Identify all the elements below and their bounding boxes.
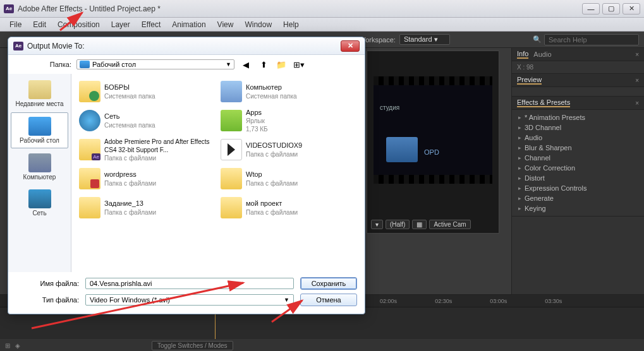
file-sub: Папка с файлами [104,208,156,217]
file-item[interactable]: КомпьютерСистемная папка [219,78,358,105]
folder-value: Рабочий стол [92,61,136,68]
effects-category[interactable]: * Animation Presets [512,112,644,122]
tab-effects-presets[interactable]: Effects & Presets [517,98,570,107]
magnification-select[interactable]: ▾ [371,220,383,229]
titlebar: Ae Adobe After Effects - Untitled Projec… [0,0,644,18]
dialog-titlebar[interactable]: Ae Output Movie To: ✕ [8,37,365,55]
resolution-select[interactable]: (Half) [386,220,410,229]
place-label: Сеть [32,210,46,217]
timeline-icon[interactable]: ◈ [15,342,20,349]
time-mark: 03:00s [490,298,507,304]
place-computer[interactable]: Компьютер [11,150,68,184]
place-label: Недавние места [15,100,63,107]
place-recent[interactable]: Недавние места [11,76,68,111]
file-item[interactable]: VIDEOSTUDIOX9Папка с файлами [219,136,358,164]
window-title: Adobe After Effects - Untitled Project.a… [18,4,582,13]
file-item[interactable]: wordpressПапка с файлами [78,165,217,193]
panel-close-icon[interactable]: × [635,51,639,58]
effects-category[interactable]: Color Correction [512,163,644,173]
comp-badge-icon [386,137,418,162]
place-desktop[interactable]: Рабочий стол [11,112,68,148]
back-button[interactable]: ◀ [240,58,252,71]
time-mark: 02:00s [380,298,397,304]
effects-category[interactable]: Audio [512,133,644,143]
menubar: File Edit Composition Layer Effect Anima… [0,18,644,32]
file-name: Adobe Premiere Pro and After Effects CS4… [104,138,216,154]
network-icon [28,189,51,208]
tab-info[interactable]: Info [517,50,528,59]
folder-icon [79,168,100,189]
filetype-value: Video For Windows (*.avi) [90,296,170,304]
close-button[interactable]: ✕ [623,3,640,15]
effects-category[interactable]: Keying [512,203,644,213]
cancel-button[interactable]: Отмена [300,294,357,306]
file-sub: Системная папка [104,121,155,129]
save-button[interactable]: Сохранить [300,277,357,290]
filename-label: Имя файла: [16,280,79,287]
file-name: Задание_13 [104,199,156,208]
menu-help[interactable]: Help [277,20,305,29]
file-item[interactable]: БОБРЫСистемная папка [78,78,217,105]
file-name: БОБРЫ [104,83,155,92]
new-folder-button[interactable]: 📁 [275,58,288,71]
up-button[interactable]: ⬆ [257,58,270,71]
view-menu-button[interactable]: ⊞▾ [293,58,305,71]
panel-close-icon[interactable]: × [635,100,639,107]
effects-category[interactable]: 3D Channel [512,122,644,133]
panel-close-icon[interactable]: × [635,77,639,84]
chevron-down-icon: ▼ [284,297,289,303]
maximize-button[interactable]: ▢ [602,3,620,15]
app-logo-icon: Ae [4,4,14,13]
timeline-icon[interactable]: ⊞ [5,342,10,349]
composition-viewer[interactable]: студия OPD ▾ (Half) ▦ Active Cam [367,51,499,234]
preview-panel: Preview × [512,74,644,97]
help-search-input[interactable] [544,34,639,45]
grid-icon[interactable]: ▦ [412,220,427,229]
file-item[interactable]: Задание_13Папка с файлами [78,194,217,222]
computer-icon [28,153,51,172]
file-name: Wtop [246,170,298,179]
menu-composition[interactable]: Composition [52,20,106,29]
menu-effect[interactable]: Effect [136,20,166,29]
file-item[interactable]: Adobe Premiere Pro and After Effects CS4… [78,136,217,164]
file-item[interactable]: AppsЯрлык 1,73 КБ [219,107,358,134]
info-panel: Info Audio × X : 98 [512,48,644,74]
menu-edit[interactable]: Edit [27,20,52,29]
menu-layer[interactable]: Layer [106,20,136,29]
effects-panel: Effects & Presets × * Animation Presets … [512,97,644,217]
menu-view[interactable]: View [212,20,240,29]
toggle-switches-button[interactable]: Toggle Switches / Modes [152,341,233,350]
effects-category[interactable]: Blur & Sharpen [512,143,644,153]
camera-select[interactable]: Active Cam [429,220,470,229]
file-name: мой проект [246,199,298,208]
filetype-label: Тип файла: [16,296,79,304]
effects-category[interactable]: Distort [512,173,644,183]
file-sub: Папка с файлами [104,154,216,162]
file-item[interactable]: СетьСистемная папка [78,107,217,134]
place-network[interactable]: Сеть [11,186,68,220]
menu-window[interactable]: Window [239,20,277,29]
effects-category[interactable]: Generate [512,193,644,203]
dialog-title: Output Movie To: [27,42,341,51]
menu-file[interactable]: File [4,20,27,29]
files-view[interactable]: БОБРЫСистемная папка КомпьютерСистемная … [71,74,365,272]
file-name: VIDEOSTUDIOX9 [246,141,302,150]
file-sub: Ярлык 1,73 КБ [246,117,268,133]
workspace-select[interactable]: Standard ▾ [399,34,450,45]
tab-audio[interactable]: Audio [533,51,551,58]
effects-category[interactable]: Channel [512,153,644,163]
filename-input[interactable] [85,278,294,289]
file-item[interactable]: мой проектПапка с файлами [219,194,358,222]
minimize-button[interactable]: — [582,3,600,15]
places-bar: Недавние места Рабочий стол Компьютер Се… [8,74,71,272]
file-item[interactable]: WtopПапка с файлами [219,165,358,193]
effects-category[interactable]: Expression Controls [512,183,644,193]
place-label: Компьютер [23,174,56,181]
file-name: Компьютер [246,83,297,92]
chevron-down-icon: ▼ [226,61,231,68]
menu-animation[interactable]: Animation [166,20,211,29]
folder-select[interactable]: Рабочий стол ▼ [76,59,234,69]
tab-preview[interactable]: Preview [517,76,542,85]
dialog-close-button[interactable]: ✕ [341,40,360,52]
filetype-select[interactable]: Video For Windows (*.avi)▼ [85,294,294,306]
